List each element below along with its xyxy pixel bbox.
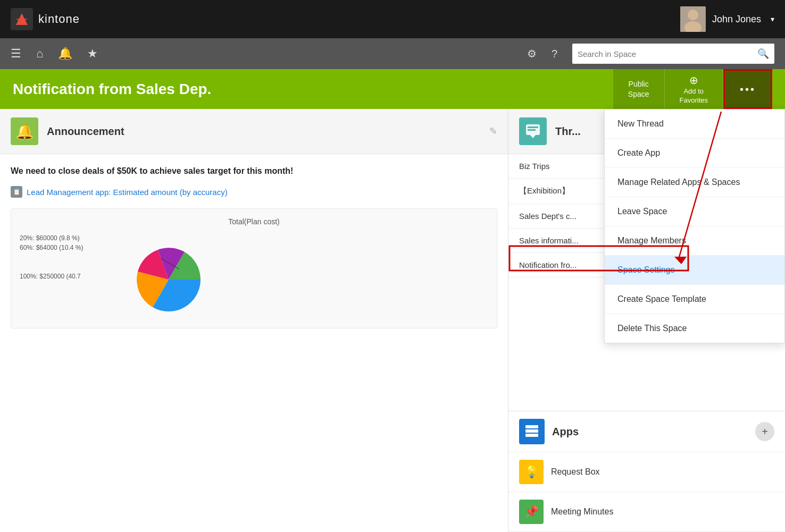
menu-item-new-thread[interactable]: New Thread [605,109,784,139]
logo-area: kintone [11,8,680,30]
add-to-favorites-button[interactable]: ⊕ Add to Favorites [665,69,723,109]
dropdown-menu: New Thread Create App Manage Related App… [604,109,785,343]
user-area: John Jones ▾ [680,6,774,32]
app-name: kintone [38,12,80,26]
space-title: Notification from Sales Dep. [13,81,613,98]
menu-item-space-settings[interactable]: Space Settings [605,256,784,285]
avatar [680,6,706,32]
menu-icon[interactable]: ☰ [11,47,21,61]
menu-item-leave-space[interactable]: Leave Space [605,197,784,226]
search-input[interactable] [578,49,757,58]
public-space-label: Public Space [628,79,649,98]
home-icon[interactable]: ⌂ [36,47,43,61]
add-favorites-icon: ⊕ [689,73,698,87]
top-bar: kintone John Jones ▾ [0,0,785,38]
menu-item-manage-related[interactable]: Manage Related Apps & Spaces [605,168,784,197]
more-dots-icon: ••• [740,82,756,96]
search-bar: 🔍 [572,44,774,64]
dropdown-overlay: New Thread Create App Manage Related App… [0,109,785,532]
user-name: John Jones [712,14,761,25]
public-space-button[interactable]: Public Space [613,69,665,109]
nav-bar: ☰ ⌂ 🔔 ★ ⚙ ? 🔍 [0,38,785,69]
notification-icon[interactable]: 🔔 [58,47,72,61]
favorites-icon[interactable]: ★ [87,47,98,61]
svg-point-4 [688,10,698,20]
settings-icon[interactable]: ⚙ [527,47,537,60]
add-favorites-label: Add to Favorites [680,87,708,105]
main-content: 🔔 Announcement ✎ We need to close deals … [0,109,785,532]
space-actions: Public Space ⊕ Add to Favorites ••• [613,69,772,109]
menu-item-delete-space[interactable]: Delete This Space [605,314,784,343]
menu-item-create-app[interactable]: Create App [605,139,784,168]
kintone-logo-icon [11,8,33,30]
help-icon[interactable]: ? [552,48,557,60]
user-dropdown-arrow[interactable]: ▾ [771,15,774,23]
space-header: Notification from Sales Dep. Public Spac… [0,69,785,109]
menu-item-manage-members[interactable]: Manage Members [605,226,784,256]
more-options-button[interactable]: ••• [723,69,772,109]
menu-item-create-template[interactable]: Create Space Template [605,285,784,314]
search-button[interactable]: 🔍 [757,48,769,60]
